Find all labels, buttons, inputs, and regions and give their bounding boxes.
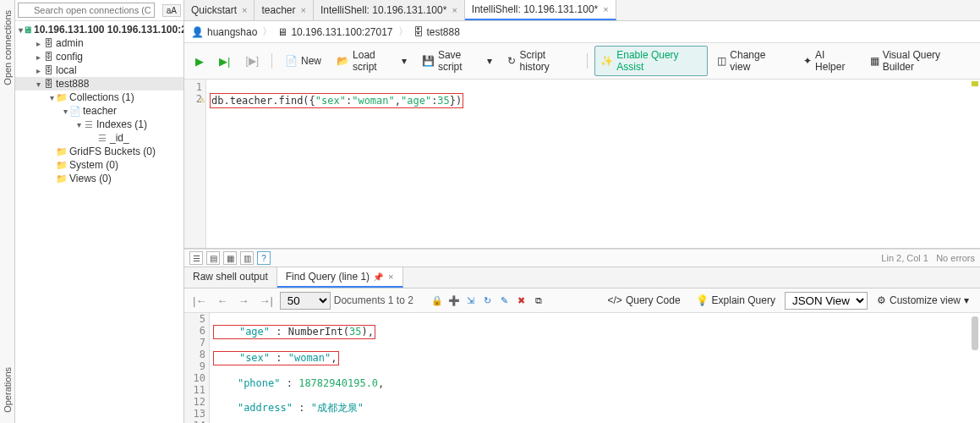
view-mode-4[interactable]: ▥ [240, 251, 254, 265]
add-doc-icon[interactable]: ➕ [447, 294, 461, 307]
host-icon: 🖥 [277, 26, 287, 38]
run-line-button[interactable]: [▶] [239, 52, 265, 70]
db-test888[interactable]: ▾🗄test888 [15, 77, 183, 91]
new-button[interactable]: 📄New [279, 52, 327, 70]
view-mode-2[interactable]: ▤ [206, 251, 220, 265]
collection-teacher[interactable]: ▾📄teacher [15, 104, 183, 118]
script-history-button[interactable]: ↻Script history [501, 46, 580, 76]
tab-quickstart[interactable]: Quickstart× [184, 0, 255, 20]
breadcrumb-db[interactable]: test888 [427, 26, 460, 38]
change-view-button[interactable]: ◫Change view [711, 46, 791, 76]
load-script-button[interactable]: 📂Load script ▾ [331, 46, 413, 76]
chevron-down-icon: ▾ [487, 55, 492, 67]
line-number: 13 [188, 408, 205, 420]
index-id[interactable]: ☰_id_ [15, 131, 183, 145]
history-label: Script history [519, 49, 574, 73]
close-icon[interactable]: × [603, 4, 608, 14]
line-number: 5 [188, 313, 205, 325]
code-editor[interactable]: 1 2 ⚠db.teacher.find({"sex":"woman","age… [184, 80, 980, 249]
run-button[interactable]: ▶ [189, 52, 210, 71]
db-local[interactable]: ▸🗄local [15, 63, 183, 77]
refresh-icon[interactable]: ↻ [481, 294, 495, 307]
tab-teacher[interactable]: teacher× [255, 0, 313, 20]
server-icon: 🖥 [23, 25, 32, 35]
view-mode-3[interactable]: ▦ [223, 251, 237, 265]
error-status: No errors [936, 253, 975, 263]
last-page-button[interactable]: →| [255, 294, 276, 307]
play-step-icon: ▶| [219, 55, 230, 68]
close-icon[interactable]: × [388, 272, 393, 282]
scrollbar-thumb[interactable] [972, 316, 978, 350]
explain-label: Explain Query [712, 294, 775, 306]
pin-icon[interactable]: 📌 [373, 272, 383, 282]
explain-query-button[interactable]: 💡Explain Query [690, 291, 781, 310]
editor-warning-icon: ⚠ [200, 93, 205, 107]
system-node[interactable]: 📁System (0) [15, 158, 183, 172]
system-label: System (0) [69, 159, 118, 171]
main-area: Quickstart× teacher× IntelliShell: 10.19… [184, 0, 980, 423]
match-highlight: "sex" : "woman", [213, 351, 339, 365]
tab-find-query[interactable]: Find Query (line 1)📌× [277, 267, 403, 288]
close-icon[interactable]: × [300, 5, 305, 15]
play-icon: ▶ [195, 55, 204, 68]
visual-query-builder-button[interactable]: ▦Visual Query Builder [864, 46, 975, 76]
delete-icon[interactable]: ✖ [515, 294, 528, 307]
folder-open-icon: 📂 [337, 55, 349, 67]
indexes-node[interactable]: ▾☰Indexes (1) [15, 118, 183, 131]
close-icon[interactable]: × [452, 5, 457, 15]
next-page-button[interactable]: → [234, 294, 252, 307]
assist-label: Enable Query Assist [616, 49, 702, 73]
open-connections-tab[interactable]: Open connections [3, 5, 13, 91]
edit-icon[interactable]: ✎ [498, 294, 512, 307]
line-number: 9 [188, 360, 205, 372]
breadcrumb-host[interactable]: 10.196.131.100:27017 [291, 26, 392, 38]
views-node[interactable]: 📁Views (0) [15, 172, 183, 185]
db-label: config [56, 51, 83, 63]
lock-icon[interactable]: 🔒 [430, 294, 444, 307]
customize-label: Customize view [890, 294, 961, 306]
chevron-down-icon: ▾ [402, 55, 407, 67]
operations-tab[interactable]: Operations [3, 362, 13, 418]
first-page-button[interactable]: |← [189, 294, 210, 307]
ai-helper-button[interactable]: ✦AI Helper [797, 46, 861, 76]
new-label: New [301, 55, 321, 67]
close-icon[interactable]: × [242, 5, 247, 15]
breadcrumb-user[interactable]: huangshao [207, 26, 257, 38]
customize-view-button[interactable]: ⚙Customize view ▾ [871, 291, 975, 310]
folder-icon: 📁 [56, 173, 68, 184]
line-number: 1 [184, 81, 202, 93]
case-toggle-button[interactable]: aA [162, 4, 181, 17]
cursor-position: Lin 2, Col 1 [881, 253, 928, 263]
prev-page-button[interactable]: ← [213, 294, 231, 307]
new-icon: 📄 [285, 55, 298, 67]
enable-query-assist-button[interactable]: ✨Enable Query Assist [594, 46, 708, 76]
page-size-select[interactable]: 50 [280, 292, 331, 310]
db-config[interactable]: ▸🗄config [15, 50, 183, 63]
tab-raw-shell[interactable]: Raw shell output [184, 267, 277, 288]
connection-label: 10.196.131.100 10.196.131.100:27017 [34, 24, 183, 36]
gridfs-node[interactable]: 📁GridFS Buckets (0) [15, 145, 183, 158]
tab-label: Raw shell output [193, 271, 268, 283]
collections-node[interactable]: ▾📁Collections (1) [15, 91, 183, 104]
save-script-button[interactable]: 💾Save script ▾ [416, 46, 499, 76]
code-icon: </> [608, 294, 622, 306]
search-input[interactable] [18, 3, 155, 18]
tab-intellishell-1[interactable]: IntelliShell: 10.196.131.100*× [314, 0, 465, 20]
run-selection-button[interactable]: ▶| [213, 52, 236, 71]
view-select[interactable]: JSON View [785, 292, 868, 310]
copy-icon[interactable]: ⧉ [532, 294, 545, 307]
user-icon: 👤 [191, 26, 204, 38]
gear-icon: ⚙ [877, 294, 886, 306]
line-number: 12 [188, 396, 205, 408]
export-icon[interactable]: ⇲ [464, 294, 478, 307]
tab-label: Find Query (line 1) [286, 271, 370, 283]
result-json-viewer[interactable]: 5 6 7 8 9 10 11 12 13 14 15 16 "age" : N… [184, 313, 980, 423]
view-mode-1[interactable]: ☰ [189, 251, 203, 265]
folder-icon: 📁 [56, 146, 68, 157]
document-range: Documents 1 to 2 [334, 294, 413, 306]
db-admin[interactable]: ▸🗄admin [15, 36, 183, 50]
tab-intellishell-2[interactable]: IntelliShell: 10.196.131.100*× [465, 0, 616, 20]
connection-root[interactable]: ▾🖥 10.196.131.100 10.196.131.100:27017 [15, 23, 183, 36]
help-icon[interactable]: ? [257, 251, 271, 265]
query-code-button[interactable]: </>Query Code [602, 291, 687, 310]
